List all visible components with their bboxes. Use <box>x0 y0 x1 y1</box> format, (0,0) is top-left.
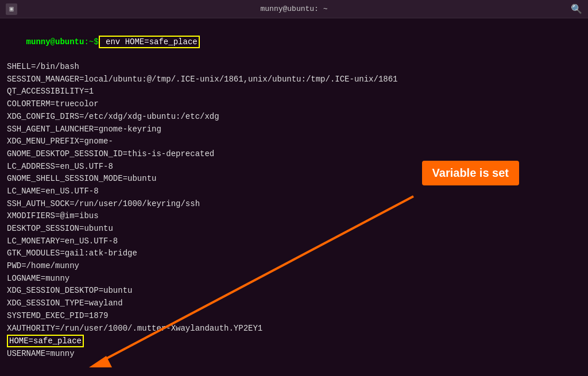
titlebar: ▣ munny@ubuntu: ~ 🔍 <box>0 0 588 18</box>
output-line-11: LC_NAME=en_US.UTF-8 <box>7 185 581 198</box>
output-line-19: XDG_SESSION_DESKTOP=ubuntu <box>7 285 581 297</box>
output-line-home: HOME=safe_place <box>7 335 581 348</box>
search-icon[interactable]: 🔍 <box>571 3 582 15</box>
terminal-content: munny@ubuntu:~$ env HOME=safe_place SHEL… <box>0 18 588 376</box>
output-line-13: XMODIFIERS=@im=ibus <box>7 210 581 223</box>
terminal-icon: ▣ <box>6 3 17 15</box>
titlebar-title: munny@ubuntu: ~ <box>260 5 327 13</box>
output-line-5: XDG_CONFIG_DIRS=/etc/xdg/xdg-ubuntu:/etc… <box>7 111 581 123</box>
output-line-9: LC_ADDRESS=en_US.UTF-8 <box>7 161 581 173</box>
output-line-17: PWD=/home/munny <box>7 260 581 273</box>
output-line-22: XAUTHORITY=/run/user/1000/.mutter-Xwayla… <box>7 323 581 335</box>
output-line-4: COLORTERM=truecolor <box>7 98 581 111</box>
output-line-21: SYSTEMD_EXEC_PID=1879 <box>7 310 581 323</box>
output-line-14: DESKTOP_SESSION=ubuntu <box>7 223 581 235</box>
output-line-3: QT_ACCESSIBILITY=1 <box>7 86 581 98</box>
titlebar-left: ▣ <box>6 3 17 15</box>
output-line-6: SSH_AGENT_LAUNCHER=gnome-keyring <box>7 123 581 136</box>
output-line-7: XDG_MENU_PREFIX=gnome- <box>7 135 581 148</box>
output-line-1: SHELL=/bin/bash <box>7 61 581 73</box>
prompt-user: munny@ubuntu <box>26 37 84 46</box>
output-line-8: GNOME_DESKTOP_SESSION_ID=this-is-depreca… <box>7 148 581 161</box>
command-highlight: env HOME=safe_place <box>99 36 200 48</box>
output-line-15: LC_MONETARY=en_US.UTF-8 <box>7 235 581 248</box>
output-line-20: XDG_SESSION_TYPE=wayland <box>7 297 581 310</box>
prompt-separator: :~$ <box>84 37 98 46</box>
prompt-line: munny@ubuntu:~$ env HOME=safe_place <box>7 23 581 61</box>
output-line-18: LOGNAME=munny <box>7 273 581 285</box>
output-line-12: SSH_AUTH_SOCK=/run/user/1000/keyring/ssh <box>7 198 581 211</box>
output-line-10: GNOME_SHELL_SESSION_MODE=ubuntu <box>7 173 581 185</box>
output-line-2: SESSION_MANAGER=local/ubuntu:@/tmp/.ICE-… <box>7 73 581 86</box>
output-line-16: GTK_MODULES=gail:atk-bridge <box>7 247 581 260</box>
output-line-24: USERNAME=munny <box>7 348 581 361</box>
